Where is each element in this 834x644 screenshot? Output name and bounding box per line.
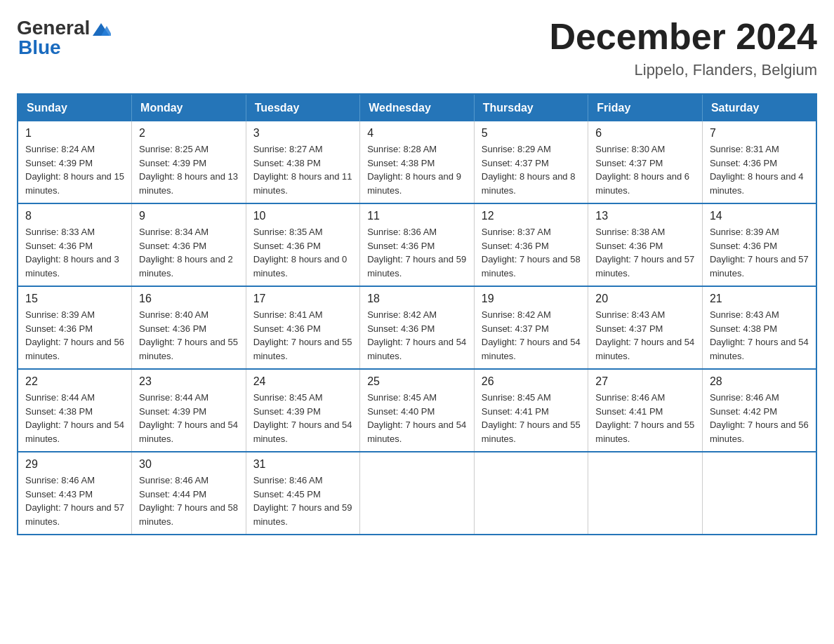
calendar-cell: 27 Sunrise: 8:46 AMSunset: 4:41 PMDaylig…	[588, 369, 703, 452]
day-info: Sunrise: 8:36 AMSunset: 4:36 PMDaylight:…	[367, 227, 466, 279]
day-number: 26	[482, 375, 581, 388]
day-number: 9	[139, 210, 239, 222]
calendar-cell: 21 Sunrise: 8:43 AMSunset: 4:38 PMDaylig…	[702, 286, 816, 369]
calendar-cell: 20 Sunrise: 8:43 AMSunset: 4:37 PMDaylig…	[588, 286, 703, 369]
calendar-week-row: 8 Sunrise: 8:33 AMSunset: 4:36 PMDayligh…	[18, 203, 816, 286]
calendar-week-row: 22 Sunrise: 8:44 AMSunset: 4:38 PMDaylig…	[18, 369, 816, 452]
day-number: 4	[367, 127, 467, 140]
day-number: 25	[367, 375, 467, 388]
day-info: Sunrise: 8:40 AMSunset: 4:36 PMDaylight:…	[139, 309, 238, 361]
day-number: 7	[710, 127, 809, 140]
day-info: Sunrise: 8:29 AMSunset: 4:37 PMDaylight:…	[482, 144, 576, 196]
day-number: 23	[139, 375, 239, 388]
day-info: Sunrise: 8:31 AMSunset: 4:36 PMDaylight:…	[710, 144, 804, 196]
calendar-week-row: 1 Sunrise: 8:24 AMSunset: 4:39 PMDayligh…	[18, 121, 816, 203]
day-info: Sunrise: 8:28 AMSunset: 4:38 PMDaylight:…	[367, 144, 461, 196]
day-info: Sunrise: 8:43 AMSunset: 4:37 PMDaylight:…	[595, 309, 694, 361]
calendar-cell	[702, 452, 816, 535]
day-number: 19	[482, 293, 581, 305]
day-info: Sunrise: 8:45 AMSunset: 4:40 PMDaylight:…	[367, 392, 466, 444]
day-info: Sunrise: 8:39 AMSunset: 4:36 PMDaylight:…	[710, 227, 809, 279]
calendar-cell: 23 Sunrise: 8:44 AMSunset: 4:39 PMDaylig…	[132, 369, 246, 452]
day-info: Sunrise: 8:44 AMSunset: 4:39 PMDaylight:…	[139, 392, 238, 444]
logo-blue-text: Blue	[18, 36, 61, 58]
day-info: Sunrise: 8:38 AMSunset: 4:36 PMDaylight:…	[595, 227, 694, 279]
calendar-week-row: 15 Sunrise: 8:39 AMSunset: 4:36 PMDaylig…	[18, 286, 816, 369]
calendar-cell: 16 Sunrise: 8:40 AMSunset: 4:36 PMDaylig…	[132, 286, 246, 369]
calendar-cell: 30 Sunrise: 8:46 AMSunset: 4:44 PMDaylig…	[132, 452, 246, 535]
day-number: 8	[25, 210, 124, 222]
day-number: 15	[25, 293, 124, 305]
calendar-cell: 29 Sunrise: 8:46 AMSunset: 4:43 PMDaylig…	[18, 452, 132, 535]
calendar-cell: 31 Sunrise: 8:46 AMSunset: 4:45 PMDaylig…	[246, 452, 360, 535]
calendar-cell: 2 Sunrise: 8:25 AMSunset: 4:39 PMDayligh…	[132, 121, 246, 203]
day-info: Sunrise: 8:24 AMSunset: 4:39 PMDaylight:…	[25, 144, 124, 196]
day-info: Sunrise: 8:46 AMSunset: 4:45 PMDaylight:…	[253, 475, 352, 527]
day-number: 27	[595, 375, 695, 388]
calendar-cell: 9 Sunrise: 8:34 AMSunset: 4:36 PMDayligh…	[132, 203, 246, 286]
day-info: Sunrise: 8:33 AMSunset: 4:36 PMDaylight:…	[25, 227, 119, 279]
day-number: 21	[710, 293, 809, 305]
day-number: 5	[482, 127, 581, 140]
day-info: Sunrise: 8:44 AMSunset: 4:38 PMDaylight:…	[25, 392, 124, 444]
day-number: 11	[367, 210, 467, 222]
day-number: 1	[25, 127, 124, 140]
calendar-cell	[474, 452, 588, 535]
calendar-cell: 7 Sunrise: 8:31 AMSunset: 4:36 PMDayligh…	[702, 121, 816, 203]
day-info: Sunrise: 8:34 AMSunset: 4:36 PMDaylight:…	[139, 227, 233, 279]
calendar-cell: 28 Sunrise: 8:46 AMSunset: 4:42 PMDaylig…	[702, 369, 816, 452]
day-info: Sunrise: 8:42 AMSunset: 4:37 PMDaylight:…	[482, 309, 581, 361]
weekday-header-wednesday: Wednesday	[360, 94, 475, 121]
day-number: 14	[710, 210, 809, 222]
day-number: 10	[253, 210, 353, 222]
calendar-cell: 19 Sunrise: 8:42 AMSunset: 4:37 PMDaylig…	[474, 286, 588, 369]
day-info: Sunrise: 8:27 AMSunset: 4:38 PMDaylight:…	[253, 144, 352, 196]
calendar-table: SundayMondayTuesdayWednesdayThursdayFrid…	[17, 93, 817, 535]
calendar-title: December 2024	[549, 17, 817, 57]
weekday-header-sunday: Sunday	[18, 94, 132, 121]
weekday-header-friday: Friday	[588, 94, 703, 121]
weekday-header-row: SundayMondayTuesdayWednesdayThursdayFrid…	[18, 94, 816, 121]
calendar-cell: 18 Sunrise: 8:42 AMSunset: 4:36 PMDaylig…	[360, 286, 475, 369]
weekday-header-monday: Monday	[132, 94, 246, 121]
day-info: Sunrise: 8:25 AMSunset: 4:39 PMDaylight:…	[139, 144, 238, 196]
day-info: Sunrise: 8:46 AMSunset: 4:44 PMDaylight:…	[139, 475, 238, 527]
day-info: Sunrise: 8:37 AMSunset: 4:36 PMDaylight:…	[482, 227, 581, 279]
calendar-cell: 26 Sunrise: 8:45 AMSunset: 4:41 PMDaylig…	[474, 369, 588, 452]
weekday-header-tuesday: Tuesday	[246, 94, 360, 121]
calendar-cell: 4 Sunrise: 8:28 AMSunset: 4:38 PMDayligh…	[360, 121, 475, 203]
day-info: Sunrise: 8:45 AMSunset: 4:39 PMDaylight:…	[253, 392, 352, 444]
day-number: 18	[367, 293, 467, 305]
day-info: Sunrise: 8:43 AMSunset: 4:38 PMDaylight:…	[710, 309, 809, 361]
logo-icon	[91, 22, 111, 37]
calendar-cell: 1 Sunrise: 8:24 AMSunset: 4:39 PMDayligh…	[18, 121, 132, 203]
calendar-cell: 17 Sunrise: 8:41 AMSunset: 4:36 PMDaylig…	[246, 286, 360, 369]
day-number: 30	[139, 458, 239, 471]
calendar-week-row: 29 Sunrise: 8:46 AMSunset: 4:43 PMDaylig…	[18, 452, 816, 535]
day-number: 29	[25, 458, 124, 471]
calendar-cell: 25 Sunrise: 8:45 AMSunset: 4:40 PMDaylig…	[360, 369, 475, 452]
day-number: 13	[595, 210, 695, 222]
calendar-cell: 3 Sunrise: 8:27 AMSunset: 4:38 PMDayligh…	[246, 121, 360, 203]
day-number: 20	[595, 293, 695, 305]
day-number: 22	[25, 375, 124, 388]
calendar-cell: 22 Sunrise: 8:44 AMSunset: 4:38 PMDaylig…	[18, 369, 132, 452]
day-number: 31	[253, 458, 353, 471]
day-info: Sunrise: 8:46 AMSunset: 4:43 PMDaylight:…	[25, 475, 124, 527]
day-info: Sunrise: 8:39 AMSunset: 4:36 PMDaylight:…	[25, 309, 124, 361]
day-info: Sunrise: 8:45 AMSunset: 4:41 PMDaylight:…	[482, 392, 581, 444]
calendar-cell: 14 Sunrise: 8:39 AMSunset: 4:36 PMDaylig…	[702, 203, 816, 286]
day-number: 6	[595, 127, 695, 140]
page-header: General Blue December 2024 Lippelo, Flan…	[17, 17, 817, 79]
day-info: Sunrise: 8:46 AMSunset: 4:42 PMDaylight:…	[710, 392, 809, 444]
day-number: 16	[139, 293, 239, 305]
weekday-header-saturday: Saturday	[702, 94, 816, 121]
logo: General Blue	[17, 17, 111, 59]
day-number: 17	[253, 293, 353, 305]
day-info: Sunrise: 8:46 AMSunset: 4:41 PMDaylight:…	[595, 392, 694, 444]
calendar-cell	[360, 452, 475, 535]
calendar-cell: 15 Sunrise: 8:39 AMSunset: 4:36 PMDaylig…	[18, 286, 132, 369]
day-number: 12	[482, 210, 581, 222]
day-number: 2	[139, 127, 239, 140]
calendar-cell	[588, 452, 703, 535]
